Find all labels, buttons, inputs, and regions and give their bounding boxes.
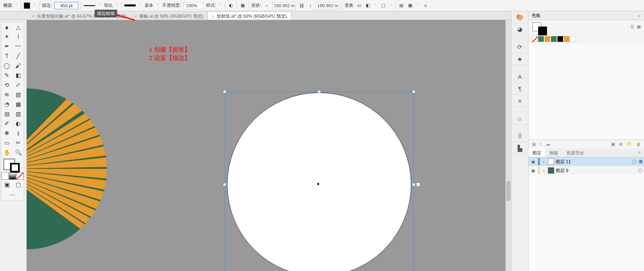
magic-wand-tool[interactable]: ✶ [1, 32, 12, 41]
swatch-none[interactable] [532, 36, 537, 42]
close-icon[interactable]: × [135, 14, 137, 18]
live-corner-widget[interactable] [416, 183, 420, 187]
artboard-tool[interactable]: ▭ [1, 138, 12, 148]
tab-asset-export[interactable]: 资源导出 [562, 148, 588, 157]
show-kind-icon[interactable]: ⟟ [540, 142, 542, 147]
arrange-icon[interactable]: ▤ [398, 2, 405, 9]
new-swatch-icon[interactable]: ⊞ [619, 142, 623, 147]
tab-1[interactable]: ×横幅.ai @ 50% (RGB/GPU 预览) [131, 11, 208, 20]
handle-tm[interactable] [318, 90, 321, 93]
handle-mr[interactable] [412, 183, 415, 186]
panel-menu-icon[interactable]: ≡ [638, 13, 641, 18]
expand-icon[interactable]: › [541, 168, 546, 173]
handle-ml[interactable] [223, 183, 226, 186]
target-icon[interactable] [638, 168, 642, 172]
pathfinder-icon[interactable]: ▙ [512, 142, 528, 154]
curvature-tool[interactable]: 〰 [12, 41, 24, 51]
eyedropper-tool[interactable]: ✐ [1, 119, 12, 128]
canvas[interactable] [27, 20, 511, 271]
pen-tool[interactable]: ✒ [1, 41, 12, 51]
color-guide-icon[interactable]: ◕ [512, 23, 528, 35]
tab-2[interactable]: ×放射线.ai* @ 50% (RGB/GPU 预览) [207, 11, 291, 20]
isolate-icon[interactable]: ◧ [365, 2, 371, 9]
layer-row[interactable]: ◉ › 图层 11 [528, 157, 644, 166]
screen-mode-normal[interactable]: ▣ [1, 180, 12, 189]
swatch-item[interactable] [557, 36, 563, 42]
width-tool[interactable]: ≋ [1, 90, 12, 99]
brush-preview[interactable] [124, 4, 136, 6]
shape-height[interactable]: 190.992 m [316, 2, 339, 9]
folder-icon[interactable]: 📁 [627, 142, 632, 147]
properties-icon[interactable]: ☼ [512, 113, 528, 125]
list-view-icon[interactable]: ☰ [630, 24, 634, 29]
color-panel-icon[interactable]: 🎨 [512, 11, 528, 23]
opacity-input[interactable]: 100% ˅ [184, 2, 204, 9]
hand-tool[interactable]: ✋ [1, 148, 12, 157]
paragraph-icon[interactable]: ¶ [512, 83, 528, 95]
swatches-panel-header[interactable]: 色板 ≡ [528, 11, 644, 20]
perspective-tool[interactable]: ▦ [12, 99, 24, 109]
paintbrush-tool[interactable]: 🖌 [12, 61, 24, 70]
fill-dropdown[interactable]: ˅ [33, 4, 37, 8]
stroke-weight-input[interactable]: ˆ 450 pt ˅ [54, 2, 78, 9]
swatch-item[interactable] [538, 36, 544, 42]
arrange2-icon[interactable]: ▦ [407, 2, 413, 9]
shape-dropdown[interactable]: ˅ [14, 4, 19, 8]
swatch-item[interactable] [570, 36, 576, 42]
stroke-panel-icon[interactable]: ⟳ [512, 41, 528, 53]
close-icon[interactable]: × [32, 14, 35, 18]
visibility-icon[interactable]: ◉ [530, 168, 537, 173]
target-icon[interactable] [632, 160, 636, 164]
vertical-scrollbar[interactable] [506, 20, 511, 271]
swatch-item[interactable] [564, 36, 570, 42]
gradient-tool[interactable]: ▥ [12, 109, 24, 119]
close-icon[interactable]: × [212, 14, 214, 18]
expand-icon[interactable]: › [541, 159, 546, 164]
align-icon[interactable]: ▦ [239, 2, 246, 9]
handle-tl[interactable] [223, 90, 226, 93]
library-icon[interactable]: 🏛 [532, 142, 536, 147]
grid-view-icon[interactable]: ▦ [637, 24, 641, 29]
tab-artboards[interactable]: 画板 [545, 148, 562, 157]
link-wh-icon[interactable]: ⛓ [298, 2, 305, 9]
column-graph-tool[interactable]: ⫿ [12, 128, 24, 138]
handle-tr[interactable] [412, 90, 415, 93]
color-well[interactable] [1, 157, 24, 172]
rotate-tool[interactable]: ⟲ [1, 80, 12, 90]
character-icon[interactable]: A [512, 71, 528, 83]
trash-icon[interactable]: 🗑 [636, 142, 641, 147]
stroke-profile-dash[interactable] [84, 5, 95, 6]
selection-bounding-box[interactable] [225, 92, 414, 271]
line-tool[interactable]: ╱ [12, 51, 24, 61]
swatch-fill-stroke[interactable]: ☰ ▦ [528, 20, 644, 35]
cloud-icon[interactable]: ☁ [546, 142, 550, 147]
layer-name[interactable]: 图层 11 [556, 159, 571, 165]
lasso-tool[interactable]: ⌇ [12, 32, 24, 41]
scale-tool[interactable]: ⤢ [12, 80, 24, 90]
scrollbar-thumb[interactable] [506, 181, 510, 201]
new-group-icon[interactable]: ▣ [611, 142, 615, 147]
recolor-icon[interactable]: ◐ [228, 2, 234, 9]
eraser-tool[interactable]: ◧ [12, 70, 24, 80]
slice-tool[interactable]: ✂ [12, 138, 24, 148]
tab-layers[interactable]: 图层 [528, 148, 545, 157]
fill-swatch[interactable] [24, 2, 30, 9]
opentype-icon[interactable]: ≡ [512, 95, 528, 107]
edit-toolbar[interactable]: ⋯ [1, 189, 24, 201]
layer-name[interactable]: 图层 9 [556, 168, 568, 174]
align-panel-icon[interactable]: ⠿ [512, 130, 528, 142]
transform-icon[interactable]: ▭ [356, 2, 362, 9]
zoom-tool[interactable]: 🔍 [12, 148, 24, 157]
visibility-icon[interactable]: ◉ [530, 159, 537, 164]
symbols-icon[interactable]: ♣ [512, 53, 528, 65]
blend-tool[interactable]: ◐ [12, 119, 24, 128]
shaper-tool[interactable]: ✎ [1, 70, 12, 80]
panel-menu-icon[interactable]: ≡ [635, 148, 644, 157]
swatch-item[interactable] [545, 36, 550, 42]
mesh-tool[interactable]: ▤ [1, 109, 12, 119]
free-transform-tool[interactable]: ▧ [12, 90, 24, 99]
type-tool[interactable]: T [1, 51, 12, 61]
swatch-item[interactable] [551, 36, 557, 42]
shape-builder-tool[interactable]: ◔ [1, 99, 12, 109]
symbol-spray-tool[interactable]: ❋ [1, 128, 12, 138]
